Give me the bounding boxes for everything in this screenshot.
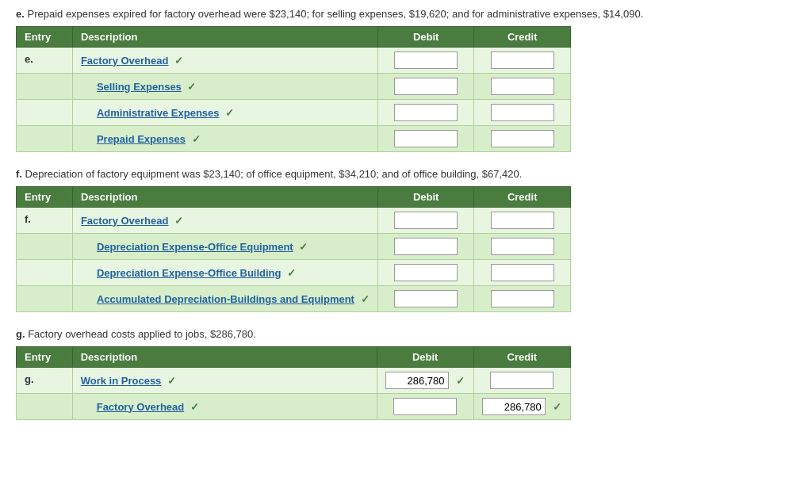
credit-cell-f1 [474,208,571,234]
problem-text-e: e. Prepaid expenses expired for factory … [16,8,796,20]
description-cell: Accumulated Depreciation-Buildings and E… [72,286,377,312]
credit-check-icon-g2: ✓ [553,401,561,413]
check-icon-e1: ✓ [174,55,183,67]
section-e: e. Prepaid expenses expired for factory … [16,8,796,152]
check-icon-f1: ✓ [174,215,183,227]
entry-label: g. [17,368,73,394]
entry-blank [17,234,73,260]
credit-input-f3[interactable] [491,264,554,281]
table-row: Factory Overhead ✓ ✓ [17,394,571,420]
header-desc-f: Description [72,187,377,208]
table-f: Entry Description Debit Credit f. Factor… [16,186,571,312]
debit-input-f2[interactable] [394,238,458,255]
account-accum-dep-f[interactable]: Accumulated Depreciation-Buildings and E… [97,293,354,305]
debit-cell-e3 [377,100,474,126]
section-f: f. Depreciation of factory equipment was… [16,168,796,312]
description-cell: Administrative Expenses ✓ [72,100,377,126]
entry-label: f. [17,208,73,234]
account-factory-overhead-g[interactable]: Factory Overhead [97,401,185,413]
entry-blank [17,286,73,312]
account-factory-overhead-f[interactable]: Factory Overhead [81,215,169,227]
debit-input-g2[interactable] [393,398,457,415]
debit-input-f3[interactable] [394,264,458,281]
check-icon-e3: ✓ [225,107,234,119]
entry-blank [17,100,73,126]
credit-cell-g2: ✓ [473,394,570,420]
check-icon-e2: ✓ [187,81,196,93]
credit-input-e2[interactable] [491,78,554,95]
credit-cell-e4 [474,126,571,152]
credit-input-f4[interactable] [491,290,554,307]
header-desc-g: Description [72,347,377,368]
check-icon-g1: ✓ [167,375,176,387]
table-row: Depreciation Expense-Office Equipment ✓ [17,234,571,260]
credit-cell-e3 [474,100,571,126]
debit-cell-e1 [377,48,474,74]
table-g: Entry Description Debit Credit g. Work i… [16,346,571,420]
description-cell: Selling Expenses ✓ [72,74,377,100]
description-cell: Prepaid Expenses ✓ [72,126,377,152]
credit-cell-e1 [474,48,571,74]
problem-text-g: g. Factory overhead costs applied to job… [16,328,796,340]
debit-cell-f1 [377,208,474,234]
table-row: Accumulated Depreciation-Buildings and E… [17,286,571,312]
table-row: Administrative Expenses ✓ [17,100,571,126]
header-entry-f: Entry [17,187,73,208]
debit-input-g1[interactable] [385,372,449,389]
debit-cell-g1: ✓ [377,368,473,394]
debit-cell-f3 [377,260,474,286]
debit-input-f4[interactable] [394,290,458,307]
debit-cell-f4 [377,286,474,312]
header-debit-f: Debit [377,187,474,208]
description-cell: Depreciation Expense-Office Equipment ✓ [72,234,377,260]
credit-cell-f2 [474,234,571,260]
entry-blank [17,260,73,286]
entry-blank [17,74,73,100]
check-icon-g2: ✓ [190,401,199,413]
header-debit-g: Debit [377,347,473,368]
credit-input-e4[interactable] [491,130,554,147]
header-entry-e: Entry [17,27,73,48]
credit-cell-g1 [473,368,570,394]
header-desc-e: Description [72,27,377,48]
check-icon-f3: ✓ [287,267,296,279]
account-factory-overhead-e[interactable]: Factory Overhead [81,55,169,67]
table-row: Prepaid Expenses ✓ [17,126,571,152]
credit-input-g1[interactable] [490,372,553,389]
problem-text-f: f. Depreciation of factory equipment was… [16,168,796,180]
account-admin-expenses-e[interactable]: Administrative Expenses [97,107,220,119]
debit-cell-g2 [377,394,473,420]
credit-input-f1[interactable] [491,212,554,229]
credit-input-e1[interactable] [491,52,554,69]
table-row: g. Work in Process ✓ ✓ [17,368,571,394]
account-wip-g[interactable]: Work in Process [81,375,162,387]
debit-input-e4[interactable] [394,130,458,147]
header-debit-e: Debit [377,27,474,48]
credit-input-g2[interactable] [482,398,546,415]
check-icon-e4: ✓ [192,133,201,145]
account-selling-expenses-e[interactable]: Selling Expenses [97,81,182,93]
debit-cell-e2 [377,74,474,100]
account-dep-office-equip-f[interactable]: Depreciation Expense-Office Equipment [97,241,293,253]
account-dep-office-bldg-f[interactable]: Depreciation Expense-Office Building [97,267,282,279]
debit-cell-f2 [377,234,474,260]
credit-input-e3[interactable] [491,104,554,121]
header-credit-e: Credit [474,27,571,48]
description-cell: Factory Overhead ✓ [72,208,377,234]
header-entry-g: Entry [17,347,73,368]
header-credit-f: Credit [474,187,571,208]
debit-input-e1[interactable] [394,52,458,69]
credit-input-f2[interactable] [491,238,554,255]
table-row: Depreciation Expense-Office Building ✓ [17,260,571,286]
table-e: Entry Description Debit Credit e. Factor… [16,26,571,152]
credit-cell-e2 [474,74,571,100]
debit-check-icon-g1: ✓ [456,375,465,387]
debit-input-e2[interactable] [394,78,458,95]
debit-cell-e4 [377,126,474,152]
description-cell: Factory Overhead ✓ [72,48,377,74]
debit-input-f1[interactable] [394,212,458,229]
account-prepaid-expenses-e[interactable]: Prepaid Expenses [97,133,186,145]
header-credit-g: Credit [473,347,570,368]
debit-input-e3[interactable] [394,104,458,121]
description-cell: Depreciation Expense-Office Building ✓ [72,260,377,286]
